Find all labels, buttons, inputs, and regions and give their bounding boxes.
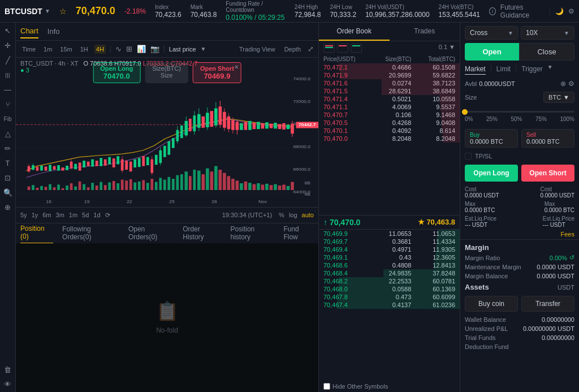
close-button[interactable]: Close xyxy=(519,43,574,61)
toolbar-time[interactable]: Time xyxy=(20,45,37,54)
measure-tool[interactable]: ⊡ xyxy=(2,172,14,183)
ob-buy-row[interactable]: 70,469.9 11.0653 11.0653 xyxy=(319,230,460,238)
leverage-button[interactable]: 10X ▼ xyxy=(521,26,574,40)
tab-open-orders[interactable]: Open Orders(0) xyxy=(128,223,174,243)
brush-tool[interactable]: ✏ xyxy=(2,143,14,154)
open-short-button[interactable]: Open Short xyxy=(521,165,574,182)
size-currency-select[interactable]: BTC ▼ xyxy=(543,92,574,103)
futures-guidance[interactable]: i Futures Guidance | 🌙 ⚙ xyxy=(489,3,574,19)
zoom-tool[interactable]: 🔍 xyxy=(2,187,14,198)
moon-icon[interactable]: 🌙 xyxy=(555,7,564,15)
tab-chart[interactable]: Chart xyxy=(20,24,38,38)
limit-tab[interactable]: Limit xyxy=(496,64,511,75)
ob-tab-book[interactable]: Order Book xyxy=(319,23,390,41)
ob-buy-row[interactable]: 70,467.4 0.4137 61.0236 xyxy=(319,301,460,309)
fees-link[interactable]: Fees xyxy=(561,231,574,238)
toolbar-15m[interactable]: 15m xyxy=(58,45,74,54)
market-tab[interactable]: Market xyxy=(465,64,486,75)
cursor-tool[interactable]: ↖ xyxy=(2,25,14,36)
ob-size-label[interactable]: 0.1 ▼ xyxy=(439,44,455,53)
slider-track[interactable] xyxy=(465,111,574,113)
toolbar-1m[interactable]: 1m xyxy=(42,45,54,54)
ob-sell-row[interactable]: 70,471.5 28.6291 38.6849 xyxy=(319,87,460,95)
ob-buy-row[interactable]: 70,468.4 24.9835 37.8248 xyxy=(319,269,460,277)
margin-refresh-icon[interactable]: ↺ xyxy=(569,254,574,261)
ob-buy-row[interactable]: 70,468.0 0.0588 60.1369 xyxy=(319,285,460,293)
5y-option[interactable]: 5y xyxy=(20,212,27,219)
ob-sell-row[interactable]: 70,470.1 0.4092 8.614 xyxy=(319,127,460,135)
ob-sell-row[interactable]: 70,471.9 20.9699 59.6822 xyxy=(319,71,460,79)
hide-symbols-checkbox[interactable] xyxy=(323,383,330,390)
6m-option[interactable]: 6m xyxy=(42,212,51,219)
ob-sell-row[interactable]: 70,471.4 0.5021 10.0558 xyxy=(319,95,460,103)
ob-type-buy[interactable] xyxy=(351,44,362,53)
slider-thumb[interactable] xyxy=(462,109,468,115)
tab-order-history[interactable]: Order History xyxy=(183,223,221,243)
tab-position[interactable]: Position (0) xyxy=(20,222,53,244)
ob-tab-trades[interactable]: Trades xyxy=(390,23,460,41)
1y-option[interactable]: 1y xyxy=(32,212,38,219)
screenshot-icon[interactable]: 📷 xyxy=(150,45,159,53)
overlay-short-close[interactable]: ✕ xyxy=(234,64,239,70)
indicators-icon[interactable]: ∿ xyxy=(115,45,122,53)
line-tool[interactable]: ╱ xyxy=(2,54,14,66)
expand-icon[interactable]: ⤢ xyxy=(308,45,314,53)
tab-position-history[interactable]: Position history xyxy=(231,223,275,243)
ob-buy-row[interactable]: 70,467.8 0.473 60.6099 xyxy=(319,293,460,301)
transfer-button[interactable]: Transfer xyxy=(521,296,574,312)
tab-following[interactable]: Following Orders(0) xyxy=(62,223,119,243)
auto-toggle[interactable]: auto xyxy=(302,212,314,218)
tpsl-checkbox[interactable] xyxy=(465,153,472,160)
add-funds-icon[interactable]: ⊕ xyxy=(560,80,566,88)
trigger-caret[interactable]: ▼ xyxy=(547,64,553,75)
ob-sell-row[interactable]: 70,470.7 0.106 9.1468 xyxy=(319,111,460,119)
text-tool[interactable]: T xyxy=(2,157,14,169)
tab-info[interactable]: Info xyxy=(47,25,60,38)
price-type-caret[interactable]: ▼ xyxy=(201,46,206,52)
ob-sell-row[interactable]: 70,470.5 0.4268 9.0408 xyxy=(319,119,460,127)
ob-type-sell[interactable] xyxy=(337,44,348,53)
ob-buy-row[interactable]: 70,468.2 22.2533 60.0781 xyxy=(319,277,460,285)
settings-icon[interactable]: ⚙ xyxy=(568,7,574,15)
percent-toggle[interactable]: % xyxy=(279,212,284,218)
tab-fund-flow[interactable]: Fund Flow xyxy=(283,223,314,243)
ob-sell-row[interactable]: 70,470.0 8.2048 8.2048 xyxy=(319,135,460,143)
ob-type-both[interactable] xyxy=(323,44,335,53)
ob-buy-row[interactable]: 70,469.7 0.3681 11.4334 xyxy=(319,238,460,245)
pitchfork-tool[interactable]: ⑂ xyxy=(2,98,14,110)
ob-buy-row[interactable]: 70,469.4 0.4971 11.9305 xyxy=(319,245,460,253)
ob-sell-row[interactable]: 70,471.6 0.0274 38.7123 xyxy=(319,79,460,87)
buy-coin-button[interactable]: Buy coin xyxy=(465,296,518,312)
toolbar-1h[interactable]: 1H xyxy=(79,45,90,54)
chart-body[interactable]: BTC_USDT · 4h · XT O 70638.6 H70917.0 L7… xyxy=(16,58,318,207)
ob-buy-row[interactable]: 70,468.6 0.4808 12.8413 xyxy=(319,261,460,269)
fib-tool[interactable]: Fib xyxy=(2,113,14,124)
pattern-tool[interactable]: △ xyxy=(2,128,14,139)
candle-type-icon[interactable]: 📊 xyxy=(137,45,146,53)
magnet-tool[interactable]: ⊕ xyxy=(2,201,14,213)
5d-option[interactable]: 5d xyxy=(82,212,89,219)
candle-reset-icon[interactable]: ⟳ xyxy=(105,212,110,219)
favorite-icon[interactable]: ☆ xyxy=(59,7,67,16)
pair-dropdown-icon[interactable]: ▼ xyxy=(45,8,50,14)
ob-sell-row[interactable]: 70,472.1 0.4686 60.1508 xyxy=(319,63,460,71)
depth-label[interactable]: Depth xyxy=(284,46,301,53)
3m-option[interactable]: 3m xyxy=(56,212,64,219)
log-toggle[interactable]: log xyxy=(289,212,297,218)
ob-buy-row[interactable]: 70,469.1 0.43 12.3605 xyxy=(319,253,460,261)
1d-option[interactable]: 1d xyxy=(93,212,100,219)
crosshair-tool[interactable]: ✛ xyxy=(2,40,14,51)
open-long-button[interactable]: Open Long xyxy=(465,165,518,182)
trash-tool[interactable]: 🗑 xyxy=(2,364,14,375)
parallel-tool[interactable]: ⫼ xyxy=(2,69,14,80)
1m-option[interactable]: 1m xyxy=(69,212,77,219)
trigger-tab[interactable]: Trigger xyxy=(521,64,543,75)
toolbar-4h[interactable]: 4H xyxy=(94,45,106,54)
pair-name[interactable]: BTCUSDT ▼ xyxy=(5,7,50,16)
strategies-icon[interactable]: ⊞ xyxy=(126,45,132,53)
open-button[interactable]: Open xyxy=(465,43,519,61)
eye-tool[interactable]: 👁 xyxy=(2,378,14,390)
cross-button[interactable]: Cross ▼ xyxy=(465,26,518,40)
horizontal-tool[interactable]: — xyxy=(2,84,14,95)
price-type-select[interactable]: Last price xyxy=(169,46,196,53)
